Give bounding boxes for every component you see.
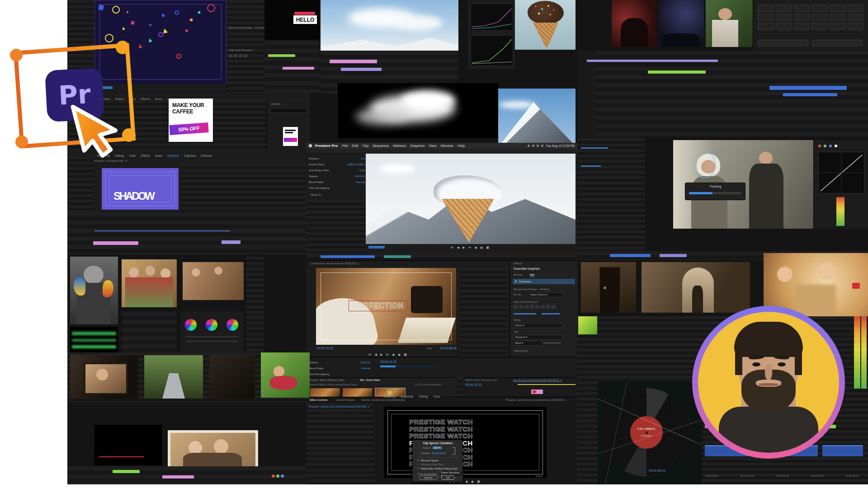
spotlight-icon[interactable] [541, 145, 543, 147]
transport-icon[interactable]: ◉ [471, 480, 474, 483]
timeline-clip[interactable] [531, 389, 543, 394]
bluetooth-icon[interactable] [528, 145, 530, 147]
wheel-slider[interactable] [186, 341, 238, 342]
position-value-slider[interactable] [514, 313, 536, 314]
thumb-greenyellow[interactable] [578, 316, 597, 334]
panel-button[interactable] [758, 14, 774, 21]
transport-icon[interactable]: ◆ [392, 353, 395, 357]
timeline-clip[interactable] [341, 68, 382, 71]
zoom-fit-select[interactable]: Full ▾ [536, 474, 542, 478]
transport-icon[interactable]: ▦ [486, 246, 489, 249]
align-icon[interactable] [535, 305, 539, 309]
workspace-tab[interactable]: Color [433, 395, 440, 398]
menu-item[interactable]: Sequence [373, 144, 389, 148]
panel-button[interactable] [811, 5, 828, 12]
label-dot-red[interactable] [272, 474, 275, 478]
transport-icon[interactable]: ≫ [468, 246, 471, 249]
tab-browse[interactable]: Browse [514, 273, 523, 276]
menu-item[interactable]: View [429, 144, 436, 148]
panel-button[interactable] [848, 23, 864, 30]
blue-slider[interactable] [581, 165, 601, 167]
effect-control-row[interactable]: Blend ModeNormal [309, 365, 370, 371]
effect-control-row[interactable]: Rotation0.0 [309, 155, 365, 161]
menu-item[interactable]: Clip [363, 144, 369, 148]
styles-select[interactable]: None ▾ [514, 323, 563, 328]
align-icon[interactable] [541, 305, 545, 309]
checkbox-unchecked-icon[interactable]: ☐ [417, 467, 420, 470]
timeline-clip[interactable] [162, 475, 194, 479]
scrubber-track[interactable] [380, 366, 434, 367]
timeline-clip[interactable] [268, 54, 295, 57]
transport-icon[interactable]: ▦ [404, 353, 407, 357]
panel-button[interactable] [794, 23, 810, 30]
checkbox-checked-icon[interactable]: ☑ [417, 459, 420, 462]
timeline-clip[interactable] [783, 93, 837, 96]
panel-button[interactable] [811, 14, 828, 21]
duration-value[interactable]: 00:00:09:00 [432, 452, 445, 455]
timeline-clip[interactable] [769, 86, 847, 90]
timeline-clip[interactable] [660, 254, 687, 257]
layer-row[interactable]: T Perfection [513, 279, 575, 284]
font-size-slider[interactable] [543, 343, 561, 343]
workspace-tab[interactable]: Learning [384, 395, 395, 398]
frame-handle[interactable] [10, 49, 23, 61]
wifi-icon[interactable] [532, 145, 534, 147]
timeline-clip[interactable] [648, 70, 706, 74]
timeline-timecode[interactable]: 00:00:08:04 [649, 469, 665, 472]
align-icon[interactable] [552, 305, 556, 309]
wide-button[interactable] [812, 40, 863, 46]
project-tab[interactable]: Project: Watch Making Video [310, 379, 344, 381]
workspace-tab[interactable]: Editing [419, 395, 428, 398]
panel-button[interactable] [830, 14, 846, 21]
align-icon[interactable] [234, 54, 237, 57]
effect-control-row[interactable]: Time Remapping [309, 185, 365, 191]
menu-item[interactable]: Help [458, 144, 465, 148]
battery-icon[interactable] [537, 145, 539, 147]
effect-control-row[interactable]: Opacity100.0 % [309, 359, 370, 365]
checkbox-unchecked-icon[interactable]: ☐ [417, 463, 420, 466]
menu-item[interactable]: Markers [393, 144, 406, 148]
tab-effect-controls[interactable]: Effect Controls [310, 399, 327, 401]
timeline-clip[interactable] [587, 60, 718, 62]
timeline-clip-block[interactable] [822, 445, 863, 456]
align-icon[interactable] [530, 305, 534, 309]
font-select[interactable]: Poppins ▾ [514, 335, 563, 340]
search-input[interactable] [270, 108, 307, 113]
pin-to-select[interactable]: Video Frame ▾ [528, 292, 563, 297]
rgb-curve-box[interactable] [818, 152, 864, 193]
maintain-pitch-row[interactable]: ☐ Maintain Audio Pitch [417, 463, 443, 466]
apple-icon[interactable] [309, 144, 312, 147]
menu-item[interactable]: Graphics [410, 144, 425, 148]
panel-button[interactable] [848, 5, 864, 12]
align-icon[interactable] [514, 305, 518, 309]
shadows-wheel[interactable] [185, 319, 197, 331]
clip-tab-label[interactable]: pexels-time-miroshnichenko-R322153_1 [311, 262, 359, 265]
align-icon[interactable] [244, 54, 247, 57]
transport-icon[interactable]: ≫ [386, 353, 389, 357]
panel-button[interactable] [758, 5, 774, 12]
timeline-clip[interactable] [321, 255, 375, 258]
panel-button[interactable] [794, 5, 810, 12]
scale-value-slider[interactable] [542, 313, 560, 314]
timeline-clip[interactable] [330, 60, 377, 63]
text-selection-box[interactable]: PERFECTION [349, 300, 408, 311]
white-channel-dot[interactable] [835, 145, 837, 147]
program-timecode[interactable]: 00:00:12:21 [317, 347, 334, 350]
tab-lumetri-scopes[interactable]: Lumetri Scopes [336, 399, 355, 401]
effect-control-row[interactable]: Opacity100.0 % [309, 173, 365, 179]
align-icon[interactable] [519, 305, 523, 309]
tab-edit[interactable]: Edit [530, 273, 534, 277]
timeline-clip[interactable] [610, 254, 651, 257]
sequence-tab[interactable]: pexels-time-miroshnichenko-R322153_1 [513, 379, 562, 382]
panel-button[interactable] [758, 23, 774, 30]
panel-button[interactable] [794, 14, 810, 21]
transport-icon[interactable]: ▶ [462, 246, 465, 249]
transport-icon[interactable]: ◆ [466, 480, 468, 483]
blue-channel-dot[interactable] [829, 145, 832, 147]
panel-button[interactable] [830, 5, 846, 12]
ripple-edit-row[interactable]: ☐ Ripple Edit, Shifting Trailing Clips [417, 467, 458, 470]
effect-control-row[interactable]: Time Remapping [309, 371, 370, 377]
panel-button[interactable] [776, 23, 792, 30]
timeline-clip[interactable] [283, 67, 314, 70]
label-dot-blue[interactable] [281, 474, 284, 478]
